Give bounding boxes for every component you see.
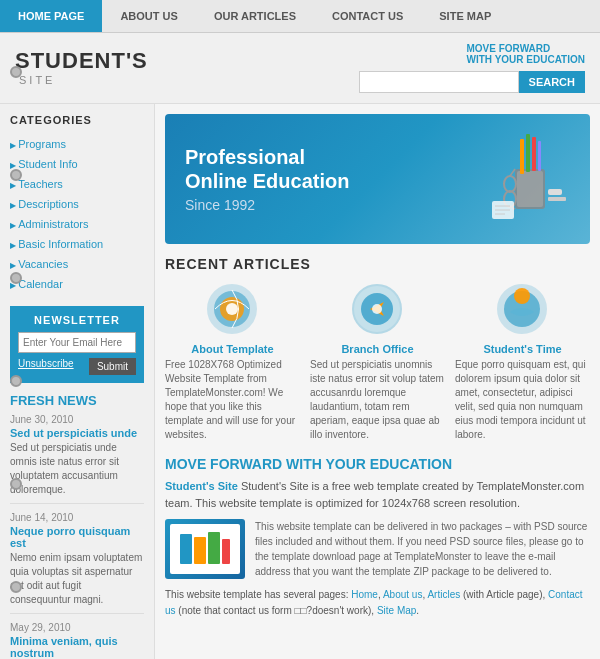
hero-banner: Professional Online Education Since 1992	[165, 114, 590, 244]
article-title-3[interactable]: Student's Time	[455, 343, 590, 355]
tagline-line1: MOVE FORWARD	[466, 43, 585, 54]
svg-rect-1	[517, 171, 543, 207]
nav-item-contact[interactable]: CONTACT US	[314, 0, 421, 32]
hero-line2: Online Education	[185, 170, 349, 192]
svg-rect-29	[222, 539, 230, 564]
search-button[interactable]: SEARCH	[519, 71, 585, 93]
categories-list: Programs Student Info Teachers Descripti…	[10, 134, 144, 294]
search-input[interactable]	[359, 71, 519, 93]
news-item: June 14, 2010 Neque porro quisquam est N…	[10, 512, 144, 614]
news-headline[interactable]: Sed ut perspiciatis unde	[10, 427, 144, 439]
svg-point-6	[504, 176, 516, 192]
fresh-news: FRESH NEWS June 30, 2010 Sed ut perspici…	[10, 393, 144, 659]
unsubscribe-link[interactable]: Unsubscribe	[18, 358, 74, 375]
mf-title-normal: MOVE FORWARD	[165, 456, 282, 472]
newsletter-buttons: Unsubscribe Submit	[18, 358, 136, 375]
globe-2-icon	[495, 282, 550, 337]
move-forward-title: MOVE FORWARD WITH YOUR EDUCATION	[165, 456, 590, 472]
news-summary: Sed ut perspiciatis unde omnis iste natu…	[10, 441, 144, 497]
article-icon-3	[495, 282, 550, 337]
news-date: June 30, 2010	[10, 414, 144, 425]
hero-image	[490, 129, 570, 229]
newsletter-email-input[interactable]	[18, 332, 136, 353]
ring-hole	[10, 66, 22, 78]
news-headline[interactable]: Neque porro quisquam est	[10, 525, 144, 549]
list-item: Student Info	[10, 154, 144, 174]
move-forward-image-inner	[170, 524, 240, 574]
link-about[interactable]: About us	[383, 589, 422, 600]
list-item: Programs	[10, 134, 144, 154]
fn-title-blue: NEWS	[54, 393, 97, 408]
books-icon	[175, 529, 235, 569]
hero-text: Professional Online Education Since 1992	[185, 145, 349, 213]
hero-since: Since 1992	[185, 197, 349, 213]
newsletter-submit-button[interactable]: Submit	[89, 358, 136, 375]
link-home[interactable]: Home	[351, 589, 378, 600]
svg-point-22	[372, 304, 382, 314]
news-item: June 30, 2010 Sed ut perspiciatis unde S…	[10, 414, 144, 504]
move-forward-content: This website template can be delivered i…	[165, 519, 590, 579]
article-card: Student's Time Eque porro quisquam est, …	[455, 282, 590, 442]
logo-text-main: STUDENT'S	[15, 48, 148, 73]
news-item: May 29, 2010 Minima veniam, quis nostrum…	[10, 622, 144, 659]
news-headline[interactable]: Minima veniam, quis nostrum	[10, 635, 144, 659]
site-header: STUDENT'S SITE MOVE FORWARD WITH YOUR ED…	[0, 33, 600, 104]
svg-point-19	[226, 303, 238, 315]
globe-arrow-icon	[350, 282, 405, 337]
header-right: MOVE FORWARD WITH YOUR EDUCATION SEARCH	[359, 43, 585, 93]
article-icon-1	[205, 282, 260, 337]
svg-rect-28	[208, 532, 220, 564]
svg-rect-2	[520, 139, 524, 174]
category-basic-info[interactable]: Basic Information	[10, 238, 103, 250]
categories-title: CATEGORIES	[10, 114, 144, 126]
articles-row: About Template Free 1028X768 Optimized W…	[165, 282, 590, 442]
header-tagline: MOVE FORWARD WITH YOUR EDUCATION	[466, 43, 585, 65]
article-title-1[interactable]: About Template	[165, 343, 300, 355]
desk-organizer-icon	[490, 129, 570, 229]
nav-item-sitemap[interactable]: SITE MAP	[421, 0, 509, 32]
list-item: Basic Information	[10, 234, 144, 254]
mf-title-blue: WITH YOUR EDUCATION	[282, 456, 452, 472]
nav-item-articles[interactable]: OUR ARTICLES	[196, 0, 314, 32]
article-card: About Template Free 1028X768 Optimized W…	[165, 282, 300, 442]
ring-hole	[10, 272, 22, 284]
link-sitemap[interactable]: Site Map	[377, 605, 416, 616]
recent-articles-title: RECENT ARTICLES	[165, 256, 590, 272]
link-articles[interactable]: Articles	[427, 589, 460, 600]
list-item: Calendar	[10, 274, 144, 294]
svg-rect-4	[532, 137, 536, 171]
list-item: Descriptions	[10, 194, 144, 214]
sidebar: CATEGORIES Programs Student Info Teacher…	[0, 104, 155, 659]
move-forward-image	[165, 519, 245, 579]
list-item: Teachers	[10, 174, 144, 194]
news-date: June 14, 2010	[10, 512, 144, 523]
list-item: Administrators	[10, 214, 144, 234]
news-date: May 29, 2010	[10, 622, 144, 633]
ring-hole	[10, 375, 22, 387]
main-content: Professional Online Education Since 1992	[155, 104, 600, 659]
svg-rect-11	[548, 197, 566, 201]
students-site-link[interactable]: Student's Site	[165, 480, 238, 492]
site-logo: STUDENT'S SITE	[15, 49, 148, 86]
ring-hole	[10, 581, 22, 593]
svg-rect-3	[526, 134, 530, 172]
ring-holes	[10, 0, 22, 659]
svg-rect-10	[548, 189, 562, 195]
newsletter-title: NEWSLETTER	[18, 314, 136, 326]
fresh-news-title: FRESH NEWS	[10, 393, 144, 408]
top-nav: HOME PAGE ABOUT US OUR ARTICLES CONTACT …	[0, 0, 600, 33]
search-bar: SEARCH	[359, 71, 585, 93]
article-card: Branch Office Sed ut perspiciatis unomni…	[310, 282, 445, 442]
list-item: Vacancies	[10, 254, 144, 274]
hero-line1: Professional	[185, 146, 305, 168]
nav-item-about[interactable]: ABOUT US	[102, 0, 195, 32]
hero-title: Professional Online Education	[185, 145, 349, 193]
svg-rect-26	[180, 534, 192, 564]
svg-rect-27	[194, 537, 206, 564]
tagline-line2: WITH YOUR EDUCATION	[466, 54, 585, 65]
move-forward-desc: This website template can be delivered i…	[255, 519, 590, 579]
ring-hole	[10, 169, 22, 181]
main-layout: CATEGORIES Programs Student Info Teacher…	[0, 104, 600, 659]
article-text-2: Sed ut perspiciatis unomnis iste natus e…	[310, 358, 445, 442]
article-title-2[interactable]: Branch Office	[310, 343, 445, 355]
